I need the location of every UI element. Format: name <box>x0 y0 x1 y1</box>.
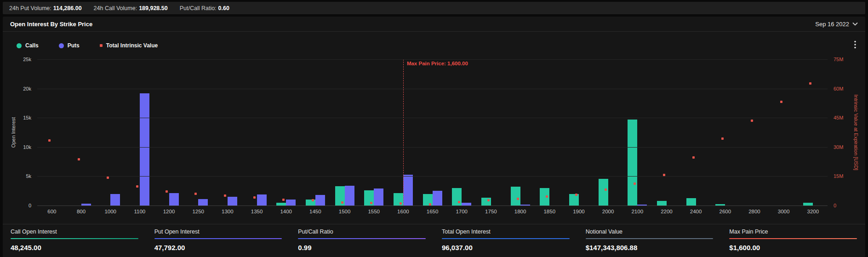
intrinsic-value-point[interactable] <box>370 202 372 204</box>
intrinsic-value-point[interactable] <box>458 201 460 203</box>
call-volume-value: 189,928.50 <box>139 5 168 11</box>
intrinsic-value-point[interactable] <box>400 202 402 205</box>
intrinsic-value-point[interactable] <box>575 194 577 196</box>
strike-column-1850[interactable] <box>535 59 564 206</box>
stat-value: 96,037.00 <box>442 244 570 251</box>
gridline <box>37 118 828 118</box>
kebab-menu-icon[interactable] <box>851 40 859 51</box>
intrinsic-value-point[interactable] <box>487 199 490 201</box>
intrinsic-value-point[interactable] <box>780 101 782 103</box>
intrinsic-value-point[interactable] <box>224 194 226 197</box>
stat-label: Call Open Interest <box>11 228 138 235</box>
right-axis-tick: 15M <box>834 173 843 179</box>
intrinsic-value-point[interactable] <box>341 201 343 204</box>
strike-column-1200[interactable] <box>154 59 184 206</box>
stat-value: $147,343,806.88 <box>586 244 714 251</box>
strike-column-2400[interactable] <box>681 59 711 206</box>
intrinsic-value-point[interactable] <box>282 199 285 201</box>
calls-swatch-icon <box>17 43 22 48</box>
strike-column-1800[interactable] <box>506 59 535 206</box>
strike-column-1100[interactable] <box>125 59 154 206</box>
strike-column-1350[interactable] <box>242 59 272 206</box>
x-axis-tick: 2000 <box>594 209 623 214</box>
strike-column-1250[interactable] <box>183 59 213 206</box>
x-axis-tick: 800 <box>67 209 96 214</box>
legend-item-calls[interactable]: Calls <box>17 42 39 49</box>
puts-bar[interactable] <box>257 194 267 206</box>
stat-value: 48,245.00 <box>11 244 138 251</box>
puts-bar[interactable] <box>169 193 179 206</box>
x-axis-tick: 1550 <box>359 209 388 214</box>
put-volume-label: 24h Put Volume: <box>9 5 51 11</box>
puts-bar[interactable] <box>433 191 442 206</box>
intrinsic-value-point[interactable] <box>166 190 168 193</box>
strike-column-1550[interactable] <box>359 59 388 206</box>
calls-bar[interactable] <box>569 194 579 206</box>
x-axis-tick: 1700 <box>447 209 476 214</box>
strike-column-1700[interactable] <box>447 59 476 206</box>
intrinsic-value-point[interactable] <box>253 196 256 199</box>
puts-bar[interactable] <box>228 197 237 206</box>
legend-item-puts[interactable]: Puts <box>59 42 80 49</box>
puts-swatch-icon <box>59 43 64 48</box>
legend-puts-label: Puts <box>68 42 80 49</box>
strike-column-2600[interactable] <box>710 59 740 206</box>
x-axis-tick: 1000 <box>96 209 125 214</box>
puts-bar[interactable] <box>345 186 354 206</box>
right-axis-tick: 60M <box>834 86 843 91</box>
puts-bar[interactable] <box>110 194 120 206</box>
puts-bar[interactable] <box>286 200 296 206</box>
stat-max-pain-price: Max Pain Price $1,600.00 <box>721 224 865 257</box>
x-axis-tick: 2400 <box>681 209 711 214</box>
strike-column-1500[interactable] <box>330 59 360 206</box>
intrinsic-value-point[interactable] <box>78 158 80 160</box>
strike-column-1450[interactable] <box>301 59 330 206</box>
strike-column-2200[interactable] <box>652 59 681 206</box>
intrinsic-value-point[interactable] <box>517 198 519 200</box>
intrinsic-value-point[interactable] <box>194 193 197 195</box>
calls-bar[interactable] <box>628 120 637 206</box>
intrinsic-value-point[interactable] <box>605 188 607 191</box>
legend-item-total-intrinsic[interactable]: Total Intrinsic Value <box>100 42 158 49</box>
intrinsic-value-point[interactable] <box>136 185 138 188</box>
strike-column-1000[interactable] <box>96 59 125 206</box>
calls-bar[interactable] <box>511 187 520 206</box>
strike-column-800[interactable] <box>67 59 96 206</box>
puts-bar[interactable] <box>198 199 208 206</box>
strike-column-2800[interactable] <box>740 59 769 206</box>
puts-bar[interactable] <box>315 195 325 206</box>
stat-notional-value: Notional Value $147,343,806.88 <box>578 224 722 257</box>
put-call-ratio-value: 0.60 <box>218 5 229 11</box>
strike-column-1750[interactable] <box>476 59 506 206</box>
strike-column-3000[interactable] <box>769 59 799 206</box>
intrinsic-value-point[interactable] <box>721 137 724 140</box>
intrinsic-value-point[interactable] <box>634 183 636 185</box>
puts-bar[interactable] <box>374 188 383 206</box>
strike-column-600[interactable] <box>37 59 67 206</box>
intrinsic-value-point[interactable] <box>692 156 695 159</box>
strike-column-1900[interactable] <box>564 59 594 206</box>
strike-column-1300[interactable] <box>213 59 242 206</box>
stat-label: Max Pain Price <box>729 228 857 235</box>
intrinsic-value-point[interactable] <box>107 177 109 179</box>
strike-column-2000[interactable] <box>594 59 623 206</box>
puts-bar[interactable] <box>403 175 413 206</box>
intrinsic-value-point[interactable] <box>663 174 665 176</box>
x-axis-tick: 2100 <box>622 209 652 214</box>
intrinsic-value-point[interactable] <box>48 139 51 142</box>
strike-column-2100[interactable] <box>622 59 652 206</box>
put-call-ratio-label: Put/Call Ratio: <box>180 5 217 11</box>
calls-bar[interactable] <box>657 201 667 206</box>
calls-bar[interactable] <box>599 179 608 206</box>
date-picker[interactable]: Sep 16 2022 <box>815 21 858 28</box>
strike-column-1600[interactable] <box>388 59 418 206</box>
strike-column-3200[interactable] <box>798 59 828 206</box>
calls-bar[interactable] <box>686 198 696 206</box>
intrinsic-value-point[interactable] <box>809 82 811 85</box>
intrinsic-value-point[interactable] <box>751 120 753 122</box>
strike-column-1400[interactable] <box>271 59 301 206</box>
intrinsic-value-point[interactable] <box>546 195 548 198</box>
intrinsic-value-point[interactable] <box>312 199 314 201</box>
puts-bar[interactable] <box>140 93 149 206</box>
strike-column-1650[interactable] <box>418 59 447 206</box>
